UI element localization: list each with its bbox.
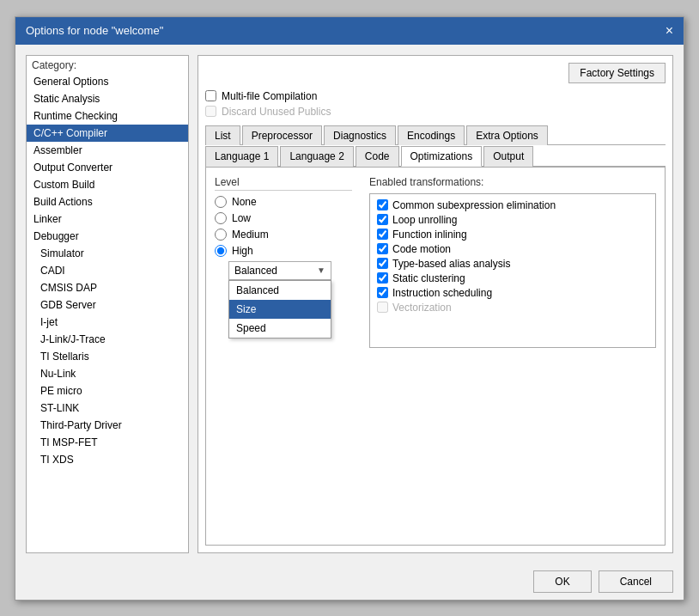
- sidebar-item-custom-build[interactable]: Custom Build: [27, 176, 188, 193]
- option-speed[interactable]: Speed: [229, 319, 331, 338]
- multi-file-checkbox[interactable]: [205, 90, 216, 101]
- sidebar-item-runtime-checking[interactable]: Runtime Checking: [27, 107, 188, 125]
- trans-item-vectorization: Vectorization: [377, 302, 648, 314]
- dialog-footer: OK Cancel: [15, 564, 684, 600]
- sidebar-item-ti-stellaris[interactable]: TI Stellaris: [27, 348, 188, 365]
- title-bar: Options for node "welcome" ×: [15, 17, 684, 45]
- sidebar-item-general-options[interactable]: General Options: [27, 73, 188, 90]
- option-balanced[interactable]: Balanced: [229, 281, 331, 300]
- sidebar-item-linker[interactable]: Linker: [27, 210, 188, 228]
- trans-item-loop-unrolling: Loop unrolling: [377, 214, 648, 226]
- sidebar-item-third-party-driver[interactable]: Third-Party Driver: [27, 417, 188, 434]
- ok-button[interactable]: OK: [533, 570, 591, 593]
- main-dialog: Options for node "welcome" × Category: G…: [15, 16, 684, 601]
- option-size[interactable]: Size: [229, 300, 331, 319]
- tab-list[interactable]: List: [205, 125, 240, 145]
- tab-encodings[interactable]: Encodings: [398, 125, 465, 145]
- sidebar-item-cc-compiler[interactable]: C/C++ Compiler: [27, 125, 188, 142]
- dialog-title: Options for node "welcome": [26, 24, 163, 37]
- main-panel: Factory Settings Multi-file Compilation …: [198, 55, 673, 553]
- tab2-code[interactable]: Code: [356, 146, 399, 167]
- transformations-box: Common subexpression eliminationLoop unr…: [369, 193, 656, 348]
- tab2-output[interactable]: Output: [483, 146, 533, 167]
- trans-item-type-based-alias-analysis: Type-based alias analysis: [377, 258, 648, 270]
- level-option-high: High: [215, 245, 352, 257]
- sidebar-item-output-converter[interactable]: Output Converter: [27, 159, 188, 176]
- chevron-down-icon: ▼: [317, 265, 325, 275]
- sidebar-item-cmsis-dap[interactable]: CMSIS DAP: [27, 279, 188, 296]
- level-title: Level: [215, 176, 352, 191]
- sidebar-item-cadi[interactable]: CADI: [27, 262, 188, 279]
- multi-file-row: Multi-file Compilation: [205, 90, 666, 102]
- factory-settings-button[interactable]: Factory Settings: [568, 63, 666, 83]
- dropdown-menu: Balanced Size Speed: [228, 280, 331, 338]
- sidebar-item-nu-link[interactable]: Nu-Link: [27, 365, 188, 382]
- level-option-none: None: [215, 196, 352, 208]
- sidebar-item-st-link[interactable]: ST-LINK: [27, 399, 188, 417]
- tab-diagnostics[interactable]: Diagnostics: [324, 125, 396, 145]
- optimization-dropdown[interactable]: Balanced ▼: [228, 261, 331, 280]
- trans-item-common-subexpression-elimination: Common subexpression elimination: [377, 199, 648, 211]
- discard-unused-label: Discard Unused Publics: [222, 106, 331, 118]
- trans-item-function-inlining: Function inlining: [377, 229, 648, 241]
- tab-extra-options[interactable]: Extra Options: [466, 125, 548, 145]
- sidebar-item-simulator[interactable]: Simulator: [27, 245, 188, 262]
- trans-item-static-clustering: Static clustering: [377, 272, 648, 284]
- sidebar-item-assembler[interactable]: Assembler: [27, 142, 188, 159]
- discard-unused-row: Discard Unused Publics: [205, 106, 666, 118]
- trans-item-instruction-scheduling: Instruction scheduling: [377, 287, 648, 299]
- optimization-select-wrapper: Balanced ▼ Balanced Size Speed: [228, 261, 352, 280]
- sidebar-item-pe-micro[interactable]: PE micro: [27, 382, 188, 399]
- level-option-medium: Medium: [215, 229, 352, 241]
- dialog-body: Category: General OptionsStatic Analysis…: [15, 45, 684, 564]
- tab-content: Level NoneLowMediumHigh Balanced ▼ Balan…: [205, 168, 666, 546]
- multi-file-label: Multi-file Compilation: [222, 90, 317, 102]
- sidebar-item-ti-xds[interactable]: TI XDS: [27, 451, 188, 468]
- level-section: Level NoneLowMediumHigh Balanced ▼ Balan…: [215, 176, 352, 536]
- cancel-button[interactable]: Cancel: [599, 570, 673, 593]
- sidebar-item-ti-msp-fet[interactable]: TI MSP-FET: [27, 434, 188, 451]
- tabs-row2: Language 1Language 2CodeOptimizationsOut…: [205, 145, 666, 168]
- trans-item-code-motion: Code motion: [377, 243, 648, 255]
- sidebar-item-gdb-server[interactable]: GDB Server: [27, 296, 188, 314]
- discard-unused-checkbox[interactable]: [205, 106, 216, 117]
- tab2-language-2[interactable]: Language 2: [280, 146, 353, 167]
- level-option-low: Low: [215, 212, 352, 224]
- main-top: Factory Settings: [205, 63, 666, 83]
- sidebar-item-debugger[interactable]: Debugger: [27, 228, 188, 245]
- tabs-row1: ListPreprocessorDiagnosticsEncodingsExtr…: [205, 125, 666, 145]
- sidebar-item-i-jet[interactable]: I-jet: [27, 314, 188, 331]
- tab-preprocessor[interactable]: Preprocessor: [242, 125, 322, 145]
- sidebar-item-j-linkj-trace[interactable]: J-Link/J-Trace: [27, 331, 188, 348]
- sidebar: Category: General OptionsStatic Analysis…: [26, 55, 189, 553]
- sidebar-item-static-analysis[interactable]: Static Analysis: [27, 90, 188, 107]
- transformations-section: Enabled transformations: Common subexpre…: [369, 176, 656, 536]
- tab2-optimizations[interactable]: Optimizations: [401, 146, 483, 167]
- close-button[interactable]: ×: [666, 24, 673, 38]
- checkbox-section: Multi-file Compilation Discard Unused Pu…: [205, 90, 666, 118]
- transformations-title: Enabled transformations:: [369, 176, 656, 188]
- category-label: Category:: [27, 56, 188, 73]
- tab2-language-1[interactable]: Language 1: [205, 146, 278, 167]
- sidebar-item-build-actions[interactable]: Build Actions: [27, 193, 188, 210]
- selected-option: Balanced: [234, 265, 277, 277]
